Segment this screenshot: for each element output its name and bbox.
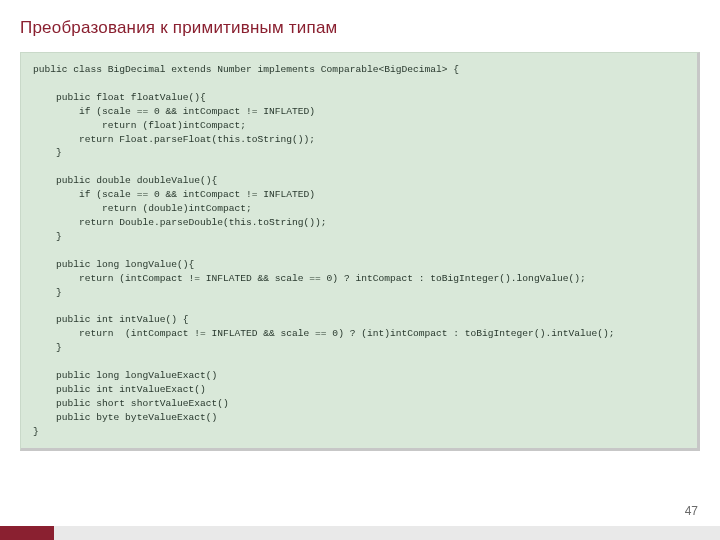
code-line: return Float.parseFloat(this.toString())… bbox=[33, 134, 315, 145]
code-line: public int intValueExact() bbox=[33, 384, 206, 395]
code-line: public float floatValue(){ bbox=[33, 92, 206, 103]
footer-bar bbox=[0, 526, 720, 540]
code-line: public long longValueExact() bbox=[33, 370, 217, 381]
code-line: return (float)intCompact; bbox=[33, 120, 246, 131]
code-line: public double doubleValue(){ bbox=[33, 175, 217, 186]
code-line: } bbox=[33, 147, 62, 158]
slide: Преобразования к примитивным типам publi… bbox=[0, 0, 720, 540]
code-line: public class BigDecimal extends Number i… bbox=[33, 64, 459, 75]
code-line: } bbox=[33, 342, 62, 353]
code-line: public short shortValueExact() bbox=[33, 398, 229, 409]
code-line: } bbox=[33, 287, 62, 298]
code-line: if (scale == 0 && intCompact != INFLATED… bbox=[33, 106, 315, 117]
code-line: } bbox=[33, 426, 39, 437]
code-line: return (intCompact != INFLATED && scale … bbox=[33, 328, 614, 339]
code-line: public long longValue(){ bbox=[33, 259, 194, 270]
code-line: return Double.parseDouble(this.toString(… bbox=[33, 217, 327, 228]
code-block: public class BigDecimal extends Number i… bbox=[20, 52, 700, 451]
footer-accent bbox=[0, 526, 54, 540]
code-line: } bbox=[33, 231, 62, 242]
code-line: public int intValue() { bbox=[33, 314, 188, 325]
code-line: return (double)intCompact; bbox=[33, 203, 252, 214]
slide-title: Преобразования к примитивным типам bbox=[20, 18, 337, 38]
code-line: public byte byteValueExact() bbox=[33, 412, 217, 423]
page-number: 47 bbox=[685, 504, 698, 518]
code-line: return (intCompact != INFLATED && scale … bbox=[33, 273, 586, 284]
code-line: if (scale == 0 && intCompact != INFLATED… bbox=[33, 189, 315, 200]
